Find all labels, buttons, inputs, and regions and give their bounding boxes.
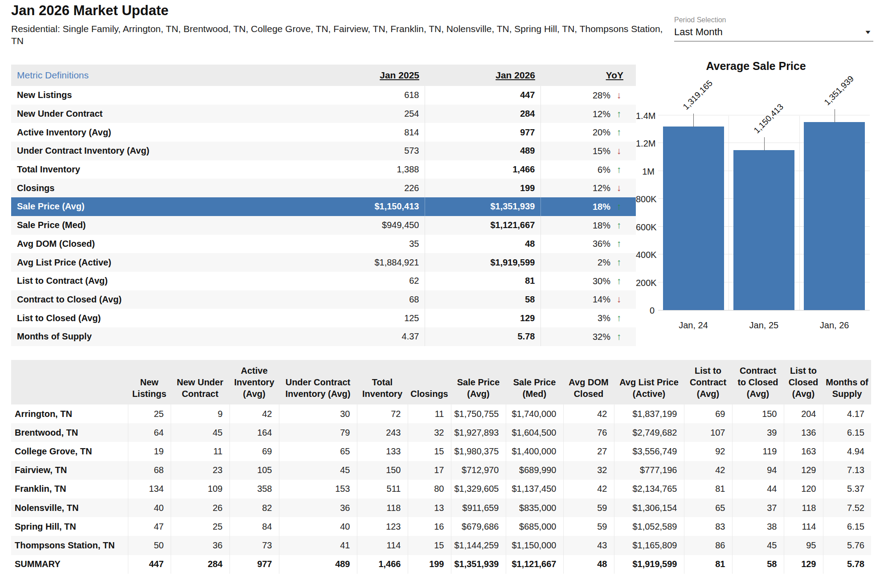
metric-row-active-inventory-avg[interactable]: Active Inventory (Avg)81497720%↑ <box>11 123 636 142</box>
column-header-sale-price-med: Sale Price (Med) <box>506 360 563 404</box>
report-filters-subtitle: Residential: Single Family, Arrington, T… <box>11 23 671 47</box>
city-metric-value: 65 <box>279 442 357 461</box>
city-metric-value: 30 <box>279 404 357 423</box>
column-header-yoy[interactable]: YoY <box>540 65 636 86</box>
metric-row-sale-price-avg[interactable]: Sale Price (Avg)$1,150,413$1,351,93918%↑ <box>11 197 636 216</box>
bar-jan-26[interactable] <box>804 122 865 310</box>
city-row-college-grove-tn: College Grove, TN1911696513315$1,980,375… <box>11 442 871 461</box>
city-metric-value: 6.15 <box>823 517 871 536</box>
column-header-months-of-supply: Months of Supply <box>823 360 871 404</box>
city-table-header-row: New ListingsNew Under ContractActive Inv… <box>11 360 871 404</box>
chevron-down-icon: ▼ <box>864 29 872 35</box>
city-metric-value: 19 <box>128 442 171 461</box>
city-metric-value: 105 <box>229 461 279 480</box>
metric-row-total-inventory[interactable]: Total Inventory1,3881,4666%↑ <box>11 160 636 179</box>
period-selection-label: Period Selection <box>674 16 873 24</box>
city-metric-value: 129 <box>784 461 823 480</box>
metric-value-prev: 62 <box>321 272 425 290</box>
metric-row-under-contract-inventory-avg[interactable]: Under Contract Inventory (Avg)57348915%↓ <box>11 142 636 160</box>
x-axis-label: Jan, 24 <box>658 320 729 331</box>
city-column-header <box>11 360 128 404</box>
x-axis-label: Jan, 25 <box>729 320 799 331</box>
metric-yoy: 15%↓ <box>540 142 636 160</box>
city-metric-value: $689,990 <box>506 461 563 480</box>
column-header-jan-2026[interactable]: Jan 2026 <box>425 65 540 86</box>
column-header-total-inventory: Total Inventory <box>357 360 408 404</box>
city-metric-value: $1,919,599 <box>614 555 684 574</box>
metric-value-prev: 4.37 <box>321 327 425 346</box>
city-metric-value: 40 <box>279 517 357 536</box>
metric-value-curr: 199 <box>425 179 540 197</box>
y-axis-tick-label: 600K <box>636 221 655 233</box>
city-metric-value: 1,466 <box>357 555 408 574</box>
city-row-spring-hill-tn: Spring Hill, TN4725844012316$679,686$685… <box>11 517 871 536</box>
metric-yoy: 20%↑ <box>540 123 636 142</box>
metric-row-avg-dom-closed[interactable]: Avg DOM (Closed)354836%↑ <box>11 235 636 253</box>
city-metric-value: 243 <box>357 423 408 442</box>
metric-value-curr: 5.78 <box>425 327 540 346</box>
city-row-fairview-tn: Fairview, TN68231054515017$712,970$689,9… <box>11 461 871 480</box>
bar-jan-24[interactable] <box>663 127 724 310</box>
city-metric-value: 23 <box>171 461 229 480</box>
city-metric-value: $1,980,375 <box>451 442 506 461</box>
period-select[interactable]: Last Month ▼ <box>674 26 873 41</box>
city-metric-value: 114 <box>784 517 823 536</box>
metric-row-avg-list-price-active[interactable]: Avg List Price (Active)$1,884,921$1,919,… <box>11 253 636 272</box>
metric-name: Months of Supply <box>11 327 321 346</box>
city-metric-value: 199 <box>408 555 451 574</box>
city-metric-value: $1,150,000 <box>506 536 563 555</box>
bar-jan-25[interactable] <box>733 150 794 310</box>
metric-value-prev: 573 <box>321 142 425 160</box>
city-metric-value: 134 <box>128 480 171 498</box>
city-metric-value: $1,750,755 <box>451 404 506 423</box>
arrow-down-icon: ↓ <box>614 146 623 156</box>
metric-row-new-listings[interactable]: New Listings61844728%↓ <box>11 86 636 105</box>
metric-row-months-of-supply[interactable]: Months of Supply4.375.7832%↑ <box>11 327 636 346</box>
city-metric-value: 37 <box>732 498 784 517</box>
city-metric-value: 42 <box>229 404 279 423</box>
city-metric-value: 5.78 <box>823 555 871 574</box>
city-name: College Grove, TN <box>11 442 128 461</box>
metric-row-list-to-contract-avg[interactable]: List to Contract (Avg)628130%↑ <box>11 272 636 290</box>
city-metric-value: 25 <box>171 517 229 536</box>
city-metric-value: $1,740,000 <box>506 404 563 423</box>
label-leader-line <box>835 109 835 122</box>
metric-row-list-to-closed-avg[interactable]: List to Closed (Avg)1251293%↑ <box>11 309 636 327</box>
city-metric-value: 36 <box>171 536 229 555</box>
metric-yoy: 2%↑ <box>540 253 636 272</box>
metric-value-curr: 447 <box>425 86 540 105</box>
metric-row-contract-to-closed-avg[interactable]: Contract to Closed (Avg)685814%↓ <box>11 290 636 309</box>
city-name: Brentwood, TN <box>11 423 128 442</box>
city-metric-value: 5.76 <box>823 536 871 555</box>
yoy-value: 18% <box>593 202 610 212</box>
city-metric-value: 4.17 <box>823 404 871 423</box>
metric-name: List to Closed (Avg) <box>11 309 321 327</box>
city-metric-value: 32 <box>408 423 451 442</box>
yoy-value: 3% <box>598 313 610 323</box>
city-metric-value: $1,144,259 <box>451 536 506 555</box>
city-metric-value: 123 <box>357 517 408 536</box>
metric-row-closings[interactable]: Closings22619912%↓ <box>11 179 636 197</box>
column-header-jan-2025[interactable]: Jan 2025 <box>321 65 425 86</box>
city-metric-value: 11 <box>408 404 451 423</box>
metric-name: Under Contract Inventory (Avg) <box>11 142 321 160</box>
x-axis-label: Jan, 26 <box>799 320 870 331</box>
city-name: Nolensville, TN <box>11 498 128 517</box>
summary-row: SUMMARY4472849774891,466199$1,351,939$1,… <box>11 555 871 574</box>
metric-row-new-under-contract[interactable]: New Under Contract25428412%↑ <box>11 105 636 123</box>
metric-row-sale-price-med[interactable]: Sale Price (Med)$949,450$1,121,66718%↑ <box>11 216 636 235</box>
city-metric-value: 26 <box>171 498 229 517</box>
city-metric-value: 4.94 <box>823 442 871 461</box>
city-metric-value: 64 <box>128 423 171 442</box>
metric-definitions-link[interactable]: Metric Definitions <box>17 70 89 80</box>
arrow-down-icon: ↓ <box>614 183 623 193</box>
metric-value-prev: 254 <box>321 105 425 123</box>
metrics-header-row: Metric Definitions Jan 2025 Jan 2026 YoY <box>11 65 636 86</box>
gridline <box>658 115 870 115</box>
city-metric-value: $1,052,589 <box>614 517 684 536</box>
city-metric-value: $777,196 <box>614 461 684 480</box>
yoy-value: 28% <box>593 90 610 100</box>
city-metric-value: 136 <box>784 423 823 442</box>
city-metric-value: 447 <box>128 555 171 574</box>
metric-name: New Under Contract <box>11 105 321 123</box>
